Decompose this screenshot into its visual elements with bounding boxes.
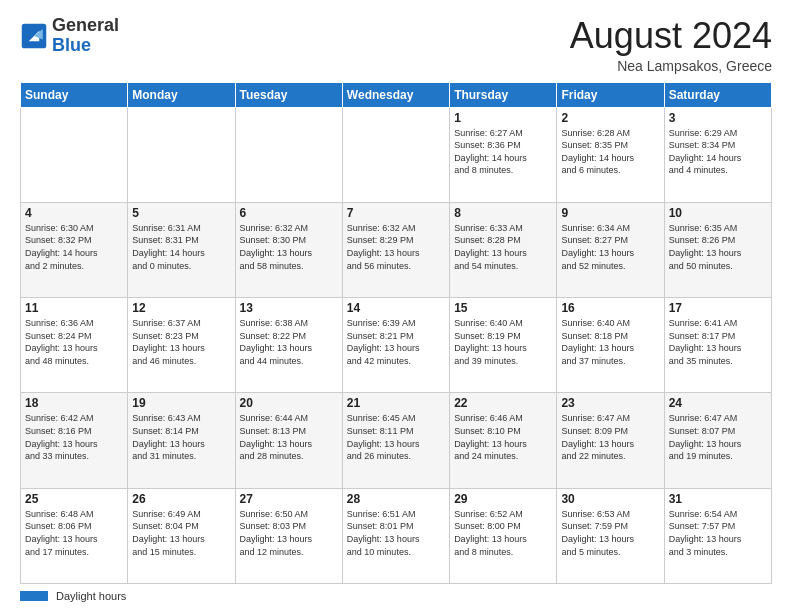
calendar-cell: 15Sunrise: 6:40 AM Sunset: 8:19 PM Dayli… (450, 298, 557, 393)
calendar-cell: 14Sunrise: 6:39 AM Sunset: 8:21 PM Dayli… (342, 298, 449, 393)
day-header-friday: Friday (557, 82, 664, 107)
day-number: 21 (347, 396, 445, 410)
calendar-cell: 20Sunrise: 6:44 AM Sunset: 8:13 PM Dayli… (235, 393, 342, 488)
day-number: 17 (669, 301, 767, 315)
logo-icon (20, 22, 48, 50)
day-number: 11 (25, 301, 123, 315)
calendar-cell: 21Sunrise: 6:45 AM Sunset: 8:11 PM Dayli… (342, 393, 449, 488)
calendar-cell: 5Sunrise: 6:31 AM Sunset: 8:31 PM Daylig… (128, 202, 235, 297)
day-detail: Sunrise: 6:51 AM Sunset: 8:01 PM Dayligh… (347, 508, 445, 558)
day-number: 18 (25, 396, 123, 410)
day-number: 2 (561, 111, 659, 125)
day-header-thursday: Thursday (450, 82, 557, 107)
legend-color-box (20, 591, 48, 601)
calendar-cell: 24Sunrise: 6:47 AM Sunset: 8:07 PM Dayli… (664, 393, 771, 488)
day-detail: Sunrise: 6:32 AM Sunset: 8:29 PM Dayligh… (347, 222, 445, 272)
day-number: 15 (454, 301, 552, 315)
day-detail: Sunrise: 6:40 AM Sunset: 8:19 PM Dayligh… (454, 317, 552, 367)
day-number: 1 (454, 111, 552, 125)
day-detail: Sunrise: 6:32 AM Sunset: 8:30 PM Dayligh… (240, 222, 338, 272)
day-header-saturday: Saturday (664, 82, 771, 107)
calendar-cell: 31Sunrise: 6:54 AM Sunset: 7:57 PM Dayli… (664, 488, 771, 583)
calendar-cell: 7Sunrise: 6:32 AM Sunset: 8:29 PM Daylig… (342, 202, 449, 297)
day-number: 6 (240, 206, 338, 220)
day-number: 23 (561, 396, 659, 410)
day-detail: Sunrise: 6:37 AM Sunset: 8:23 PM Dayligh… (132, 317, 230, 367)
calendar-cell: 1Sunrise: 6:27 AM Sunset: 8:36 PM Daylig… (450, 107, 557, 202)
calendar-cell: 26Sunrise: 6:49 AM Sunset: 8:04 PM Dayli… (128, 488, 235, 583)
day-detail: Sunrise: 6:40 AM Sunset: 8:18 PM Dayligh… (561, 317, 659, 367)
day-detail: Sunrise: 6:43 AM Sunset: 8:14 PM Dayligh… (132, 412, 230, 462)
day-detail: Sunrise: 6:52 AM Sunset: 8:00 PM Dayligh… (454, 508, 552, 558)
day-detail: Sunrise: 6:42 AM Sunset: 8:16 PM Dayligh… (25, 412, 123, 462)
calendar-cell: 25Sunrise: 6:48 AM Sunset: 8:06 PM Dayli… (21, 488, 128, 583)
calendar-cell: 23Sunrise: 6:47 AM Sunset: 8:09 PM Dayli… (557, 393, 664, 488)
calendar-cell (128, 107, 235, 202)
day-detail: Sunrise: 6:30 AM Sunset: 8:32 PM Dayligh… (25, 222, 123, 272)
calendar-table: SundayMondayTuesdayWednesdayThursdayFrid… (20, 82, 772, 584)
day-number: 14 (347, 301, 445, 315)
day-number: 4 (25, 206, 123, 220)
day-detail: Sunrise: 6:33 AM Sunset: 8:28 PM Dayligh… (454, 222, 552, 272)
calendar-cell: 28Sunrise: 6:51 AM Sunset: 8:01 PM Dayli… (342, 488, 449, 583)
day-detail: Sunrise: 6:29 AM Sunset: 8:34 PM Dayligh… (669, 127, 767, 177)
calendar-cell: 22Sunrise: 6:46 AM Sunset: 8:10 PM Dayli… (450, 393, 557, 488)
calendar-cell: 10Sunrise: 6:35 AM Sunset: 8:26 PM Dayli… (664, 202, 771, 297)
day-detail: Sunrise: 6:54 AM Sunset: 7:57 PM Dayligh… (669, 508, 767, 558)
logo-blue: Blue (52, 35, 91, 55)
day-number: 9 (561, 206, 659, 220)
calendar-cell: 11Sunrise: 6:36 AM Sunset: 8:24 PM Dayli… (21, 298, 128, 393)
day-number: 5 (132, 206, 230, 220)
day-number: 22 (454, 396, 552, 410)
day-number: 30 (561, 492, 659, 506)
logo-general: General (52, 15, 119, 35)
calendar-cell (235, 107, 342, 202)
week-row-2: 4Sunrise: 6:30 AM Sunset: 8:32 PM Daylig… (21, 202, 772, 297)
day-number: 24 (669, 396, 767, 410)
day-number: 10 (669, 206, 767, 220)
calendar-cell: 6Sunrise: 6:32 AM Sunset: 8:30 PM Daylig… (235, 202, 342, 297)
day-number: 25 (25, 492, 123, 506)
week-row-4: 18Sunrise: 6:42 AM Sunset: 8:16 PM Dayli… (21, 393, 772, 488)
day-detail: Sunrise: 6:34 AM Sunset: 8:27 PM Dayligh… (561, 222, 659, 272)
calendar-cell: 3Sunrise: 6:29 AM Sunset: 8:34 PM Daylig… (664, 107, 771, 202)
day-number: 27 (240, 492, 338, 506)
day-detail: Sunrise: 6:50 AM Sunset: 8:03 PM Dayligh… (240, 508, 338, 558)
calendar-cell: 12Sunrise: 6:37 AM Sunset: 8:23 PM Dayli… (128, 298, 235, 393)
logo-text: General Blue (52, 16, 119, 56)
calendar-cell: 19Sunrise: 6:43 AM Sunset: 8:14 PM Dayli… (128, 393, 235, 488)
calendar-cell: 9Sunrise: 6:34 AM Sunset: 8:27 PM Daylig… (557, 202, 664, 297)
day-detail: Sunrise: 6:47 AM Sunset: 8:09 PM Dayligh… (561, 412, 659, 462)
calendar-cell: 4Sunrise: 6:30 AM Sunset: 8:32 PM Daylig… (21, 202, 128, 297)
day-detail: Sunrise: 6:39 AM Sunset: 8:21 PM Dayligh… (347, 317, 445, 367)
page: General Blue August 2024 Nea Lampsakos, … (0, 0, 792, 612)
calendar-cell (342, 107, 449, 202)
title-area: August 2024 Nea Lampsakos, Greece (570, 16, 772, 74)
day-number: 20 (240, 396, 338, 410)
calendar-cell: 16Sunrise: 6:40 AM Sunset: 8:18 PM Dayli… (557, 298, 664, 393)
day-detail: Sunrise: 6:41 AM Sunset: 8:17 PM Dayligh… (669, 317, 767, 367)
logo: General Blue (20, 16, 119, 56)
day-detail: Sunrise: 6:48 AM Sunset: 8:06 PM Dayligh… (25, 508, 123, 558)
header-row: SundayMondayTuesdayWednesdayThursdayFrid… (21, 82, 772, 107)
day-number: 13 (240, 301, 338, 315)
legend-label: Daylight hours (56, 590, 126, 602)
calendar-cell: 30Sunrise: 6:53 AM Sunset: 7:59 PM Dayli… (557, 488, 664, 583)
day-detail: Sunrise: 6:45 AM Sunset: 8:11 PM Dayligh… (347, 412, 445, 462)
day-number: 3 (669, 111, 767, 125)
calendar-cell: 29Sunrise: 6:52 AM Sunset: 8:00 PM Dayli… (450, 488, 557, 583)
day-detail: Sunrise: 6:46 AM Sunset: 8:10 PM Dayligh… (454, 412, 552, 462)
day-detail: Sunrise: 6:47 AM Sunset: 8:07 PM Dayligh… (669, 412, 767, 462)
header: General Blue August 2024 Nea Lampsakos, … (20, 16, 772, 74)
calendar-cell: 18Sunrise: 6:42 AM Sunset: 8:16 PM Dayli… (21, 393, 128, 488)
day-number: 12 (132, 301, 230, 315)
footer: Daylight hours (20, 590, 772, 602)
day-detail: Sunrise: 6:38 AM Sunset: 8:22 PM Dayligh… (240, 317, 338, 367)
day-number: 28 (347, 492, 445, 506)
calendar-cell: 8Sunrise: 6:33 AM Sunset: 8:28 PM Daylig… (450, 202, 557, 297)
day-detail: Sunrise: 6:53 AM Sunset: 7:59 PM Dayligh… (561, 508, 659, 558)
day-number: 8 (454, 206, 552, 220)
location: Nea Lampsakos, Greece (570, 58, 772, 74)
week-row-1: 1Sunrise: 6:27 AM Sunset: 8:36 PM Daylig… (21, 107, 772, 202)
week-row-5: 25Sunrise: 6:48 AM Sunset: 8:06 PM Dayli… (21, 488, 772, 583)
